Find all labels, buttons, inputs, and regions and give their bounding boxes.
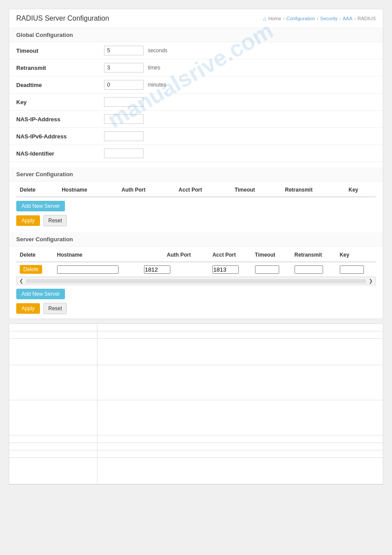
col-auth-port-bottom: Auth Port: [140, 248, 209, 262]
scroll-track: [26, 279, 366, 283]
col-acct-port-top: Acct Port: [175, 183, 231, 197]
radius-config-card: manualsrive.com RADIUS Server Configurat…: [9, 9, 383, 319]
auth-port-input[interactable]: [144, 265, 170, 274]
scroll-bar[interactable]: ❮ ❯: [16, 277, 376, 285]
global-config-header: Global Configuration: [9, 28, 383, 42]
doc-label-4: [9, 365, 97, 400]
doc-row-9: [9, 458, 383, 484]
scroll-left-icon[interactable]: ❮: [18, 278, 24, 284]
retransmit-input[interactable]: [104, 63, 144, 73]
doc-value-9: [97, 458, 383, 484]
breadcrumb-security: Security: [320, 16, 338, 21]
timeout-input[interactable]: [104, 46, 144, 55]
timeout-row: Timeout seconds: [9, 42, 383, 59]
col-timeout-top: Timeout: [231, 183, 281, 197]
reset-bottom-button[interactable]: Reset: [43, 303, 67, 314]
doc-value-1: [97, 324, 383, 331]
nas-identifier-label: NAS-Identifier: [9, 145, 97, 162]
doc-label-8: [9, 450, 97, 458]
col-delete-top: Delete: [16, 183, 58, 197]
retransmit-unit: times: [148, 65, 161, 71]
hostname-input[interactable]: [57, 265, 119, 274]
page-title: RADIUS Server Configuration: [16, 15, 109, 22]
acct-port-input[interactable]: [212, 265, 239, 274]
col-key-bottom: Key: [336, 248, 376, 262]
doc-row-8: [9, 450, 383, 458]
doc-value-4: [97, 365, 383, 400]
nas-identifier-input[interactable]: [104, 149, 144, 158]
doc-value-2: [97, 331, 383, 339]
doc-value-5: [97, 400, 383, 435]
col-hostname-bottom: Hostname: [54, 248, 140, 262]
doc-card: [9, 323, 383, 485]
deadtime-label: Deadtime: [9, 76, 97, 94]
doc-row-7: [9, 443, 383, 450]
doc-row-5: [9, 400, 383, 435]
doc-value-7: [97, 443, 383, 450]
apply-top-button[interactable]: Apply: [16, 215, 40, 226]
add-new-server-bottom-button[interactable]: Add New Server: [16, 289, 65, 299]
key-row-input[interactable]: [340, 265, 364, 274]
key-input[interactable]: [104, 97, 144, 107]
col-key-top: Key: [345, 183, 376, 197]
nas-ipv6-row: NAS-IPv6-Address: [9, 128, 383, 145]
deadtime-row: Deadtime minutes: [9, 76, 383, 94]
doc-row-2: [9, 331, 383, 339]
doc-value-6: [97, 435, 383, 443]
breadcrumb-home: Home: [268, 16, 281, 21]
delete-row-button[interactable]: Delete: [20, 265, 42, 274]
table-row: Delete: [16, 262, 376, 277]
server-config-bottom-header: Server Configuration: [9, 232, 383, 247]
col-delete-bottom: Delete: [16, 248, 54, 262]
doc-row-4: [9, 365, 383, 400]
doc-value-3: [97, 339, 383, 365]
nas-ip-input[interactable]: [104, 114, 144, 124]
deadtime-input[interactable]: [104, 80, 144, 90]
doc-row-6: [9, 435, 383, 443]
timeout-unit: seconds: [148, 47, 168, 54]
retransmit-row-input[interactable]: [295, 265, 323, 274]
apply-bottom-button[interactable]: Apply: [16, 303, 40, 314]
doc-value-8: [97, 450, 383, 458]
reset-top-button[interactable]: Reset: [43, 215, 67, 226]
server-table-bottom-header-row: Delete Hostname Auth Port Acct Port Time…: [16, 248, 376, 262]
timeout-row-input[interactable]: [255, 265, 279, 274]
server-config-top-header: Server Configuration: [9, 167, 383, 181]
breadcrumb-configuration: Configuration: [286, 16, 315, 21]
doc-row-3: [9, 339, 383, 365]
deadtime-unit: minutes: [148, 82, 166, 88]
doc-label-7: [9, 443, 97, 450]
card-header: RADIUS Server Configuration ⌂ Home › Con…: [9, 9, 383, 28]
add-new-server-top-button[interactable]: Add New Server: [16, 201, 65, 211]
key-label: Key: [9, 94, 97, 111]
doc-label-6: [9, 435, 97, 443]
col-auth-port-top: Auth Port: [118, 183, 175, 197]
doc-label-2: [9, 331, 97, 339]
scroll-right-icon[interactable]: ❯: [368, 278, 374, 284]
retransmit-row: Retransmit times: [9, 59, 383, 76]
col-hostname-top: Hostname: [58, 183, 118, 197]
server-config-top-wrapper: Delete Hostname Auth Port Acct Port Time…: [9, 181, 383, 197]
home-icon: ⌂: [263, 15, 266, 22]
server-table-bottom: Delete Hostname Auth Port Acct Port Time…: [16, 248, 376, 277]
col-retransmit-bottom: Retransmit: [291, 248, 336, 262]
doc-row-1: [9, 324, 383, 331]
col-timeout-bottom: Timeout: [252, 248, 291, 262]
retransmit-label: Retransmit: [9, 59, 97, 76]
server-table-top: Delete Hostname Auth Port Acct Port Time…: [16, 183, 376, 197]
nas-identifier-row: NAS-Identifier: [9, 145, 383, 162]
doc-label-9: [9, 458, 97, 484]
doc-table: [9, 324, 383, 484]
breadcrumb-radius: RADIUS: [357, 16, 376, 21]
breadcrumb: ⌂ Home › Configuration › Security › AAA …: [263, 15, 376, 22]
nas-ipv6-label: NAS-IPv6-Address: [9, 128, 97, 145]
breadcrumb-aaa: AAA: [343, 16, 352, 21]
nas-ip-row: NAS-IP-Address: [9, 111, 383, 128]
action-row-bottom: Apply Reset: [9, 301, 383, 319]
nas-ip-label: NAS-IP-Address: [9, 111, 97, 128]
action-row-top: Apply Reset: [9, 213, 383, 231]
global-config-table: Timeout seconds Retransmit times Deadtim…: [9, 42, 383, 162]
nas-ipv6-input[interactable]: [104, 131, 144, 141]
key-row: Key: [9, 94, 383, 111]
doc-label-3: [9, 339, 97, 365]
